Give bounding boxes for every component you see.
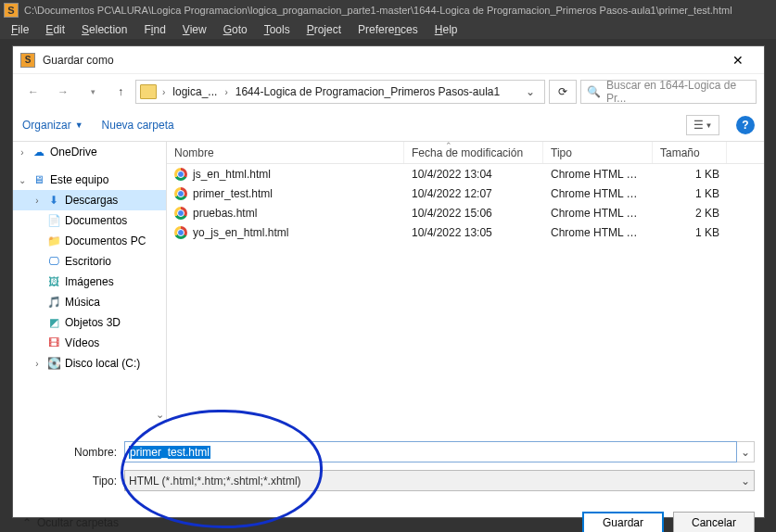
address-bar[interactable]: › logica_... › 1644-Logica de Programaci…: [135, 80, 545, 104]
file-row[interactable]: pruebas.html10/4/2022 15:06Chrome HTML D…: [167, 203, 764, 222]
tree-images[interactable]: 🖼 Imágenes: [13, 272, 166, 292]
tree-downloads[interactable]: › ⬇ Descargas: [13, 190, 166, 210]
tree-onedrive[interactable]: › ☁ OneDrive: [13, 142, 166, 162]
file-date: 10/4/2022 13:04: [404, 168, 543, 181]
nav-recent-dropdown[interactable]: ▾: [80, 81, 106, 103]
menu-selection[interactable]: Selection: [74, 21, 134, 38]
bottom-area: Nombre: primer_test.html ⌄ Tipo: HTML (*…: [13, 423, 764, 491]
collapse-icon[interactable]: ⌄: [17, 175, 28, 185]
save-as-dialog: S Guardar como ✕ ← → ▾ ↑ › logica_... › …: [12, 45, 765, 518]
folder-icon: 📁: [46, 234, 61, 247]
column-name[interactable]: Nombre: [167, 142, 404, 163]
hide-folders-button[interactable]: ⌃ Ocultar carpetas: [22, 516, 119, 529]
filetype-select[interactable]: HTML (*.html;*.htm;*.shtml;*.xhtml) ⌄: [124, 470, 755, 491]
help-button[interactable]: ?: [736, 116, 755, 134]
file-type: Chrome HTML Do...: [543, 207, 653, 220]
chrome-icon: [174, 207, 187, 220]
refresh-button[interactable]: ⟳: [549, 80, 577, 104]
filename-dropdown-button[interactable]: ⌄: [737, 441, 755, 462]
tree-videos[interactable]: 🎞 Vídeos: [13, 333, 166, 353]
menu-preferences[interactable]: Preferences: [350, 21, 426, 38]
tree-documents[interactable]: 📄 Documentos: [13, 210, 166, 231]
documents-icon: 📄: [46, 214, 61, 227]
tree-local-disk[interactable]: › 💽 Disco local (C:): [13, 353, 166, 374]
new-folder-button[interactable]: Nueva carpeta: [102, 119, 174, 132]
file-name: yo_js_en_html.html: [193, 226, 288, 239]
images-icon: 🖼: [46, 275, 61, 288]
dialog-title: Guardar como: [43, 54, 719, 67]
tree-3d-objects[interactable]: ◩ Objetos 3D: [13, 312, 166, 333]
search-placeholder: Buscar en 1644-Logica de Pr...: [606, 79, 750, 105]
menu-project[interactable]: Project: [299, 21, 349, 38]
app-title-path: C:\Documentos PC\ALURA\Logica Programaci…: [24, 5, 732, 16]
breadcrumb-part2[interactable]: 1644-Logica de Programacion_Primeros Pas…: [234, 85, 502, 98]
dialog-titlebar: S Guardar como ✕: [13, 46, 764, 74]
nav-back-button[interactable]: ←: [20, 81, 46, 103]
menu-view[interactable]: View: [175, 21, 214, 38]
view-options-button[interactable]: ☰ ▼: [686, 115, 719, 135]
nav-up-button[interactable]: ↑: [109, 81, 132, 103]
folder-icon: [140, 84, 157, 99]
file-type: Chrome HTML Do...: [543, 226, 653, 239]
dialog-app-icon: S: [20, 53, 35, 68]
filetype-row: Tipo: HTML (*.html;*.htm;*.shtml;*.xhtml…: [22, 470, 755, 491]
pc-icon: 🖥: [32, 173, 46, 186]
sort-indicator-icon: ⌃: [445, 141, 452, 150]
nav-row: ← → ▾ ↑ › logica_... › 1644-Logica de Pr…: [13, 74, 764, 109]
videos-icon: 🎞: [46, 336, 61, 349]
desktop-icon: 🖵: [46, 255, 61, 268]
menu-tools[interactable]: Tools: [257, 21, 298, 38]
menu-find[interactable]: Find: [136, 21, 172, 38]
search-icon: 🔍: [587, 85, 601, 98]
file-date: 10/4/2022 12:07: [404, 187, 543, 200]
menu-goto[interactable]: Goto: [216, 21, 255, 38]
menu-edit[interactable]: Edit: [38, 21, 72, 38]
tree-pane[interactable]: › ☁ OneDrive ⌄ 🖥 Este equipo › ⬇ Descarg…: [13, 142, 167, 423]
breadcrumb-chevron-icon[interactable]: ›: [162, 87, 165, 97]
cancel-button[interactable]: Cancelar: [673, 512, 755, 532]
column-size[interactable]: Tamaño: [653, 142, 727, 163]
breadcrumb-part1[interactable]: logica_...: [171, 85, 219, 98]
address-dropdown-button[interactable]: ⌄: [520, 85, 541, 98]
file-date: 10/4/2022 15:06: [404, 207, 543, 220]
file-size: 1 KB: [653, 187, 727, 200]
body-split: › ☁ OneDrive ⌄ 🖥 Este equipo › ⬇ Descarg…: [13, 141, 764, 423]
menu-help[interactable]: Help: [427, 21, 465, 38]
tree-music[interactable]: 🎵 Música: [13, 292, 166, 312]
close-button[interactable]: ✕: [719, 47, 757, 73]
disk-icon: 💽: [46, 357, 61, 370]
file-row[interactable]: js_en_html.html10/4/2022 13:04Chrome HTM…: [167, 164, 764, 184]
footer-row: ⌃ Ocultar carpetas Guardar Cancelar: [13, 499, 764, 532]
chevron-down-icon: ⌄: [741, 475, 750, 488]
filename-input[interactable]: primer_test.html: [124, 441, 737, 462]
chrome-icon: [174, 226, 187, 239]
organize-button[interactable]: Organizar ▼: [22, 119, 83, 132]
chevron-up-icon: ⌃: [22, 516, 32, 529]
tree-desktop[interactable]: 🖵 Escritorio: [13, 251, 166, 272]
tree-collapse-button[interactable]: ⌄: [156, 409, 164, 421]
expand-icon[interactable]: ›: [32, 196, 43, 206]
tree-this-pc[interactable]: ⌄ 🖥 Este equipo: [13, 170, 166, 190]
file-date: 10/4/2022 13:05: [404, 226, 543, 239]
expand-icon[interactable]: ›: [32, 359, 43, 369]
file-size: 1 KB: [653, 168, 727, 181]
sublime-icon: S: [4, 3, 19, 18]
column-type[interactable]: Tipo: [543, 142, 653, 163]
downloads-icon: ⬇: [46, 194, 61, 207]
file-type: Chrome HTML Do...: [543, 187, 653, 200]
filetype-label: Tipo:: [22, 475, 124, 488]
file-row[interactable]: yo_js_en_html.html10/4/2022 13:05Chrome …: [167, 222, 764, 242]
save-button[interactable]: Guardar: [582, 512, 664, 532]
nav-forward-button[interactable]: →: [50, 81, 76, 103]
app-titlebar: S C:\Documentos PC\ALURA\Logica Programa…: [0, 0, 776, 20]
tree-documents-pc[interactable]: 📁 Documentos PC: [13, 231, 166, 251]
search-input[interactable]: 🔍 Buscar en 1644-Logica de Pr...: [580, 80, 757, 104]
column-date[interactable]: Fecha de modificación: [404, 142, 543, 163]
file-row[interactable]: primer_test.html10/4/2022 12:07Chrome HT…: [167, 184, 764, 203]
breadcrumb-chevron-icon[interactable]: ›: [224, 87, 227, 97]
menu-file[interactable]: File: [4, 21, 36, 38]
chevron-down-icon: ▼: [75, 120, 83, 130]
file-name: js_en_html.html: [193, 168, 271, 181]
expand-icon[interactable]: ›: [17, 147, 28, 158]
file-size: 2 KB: [653, 207, 727, 220]
